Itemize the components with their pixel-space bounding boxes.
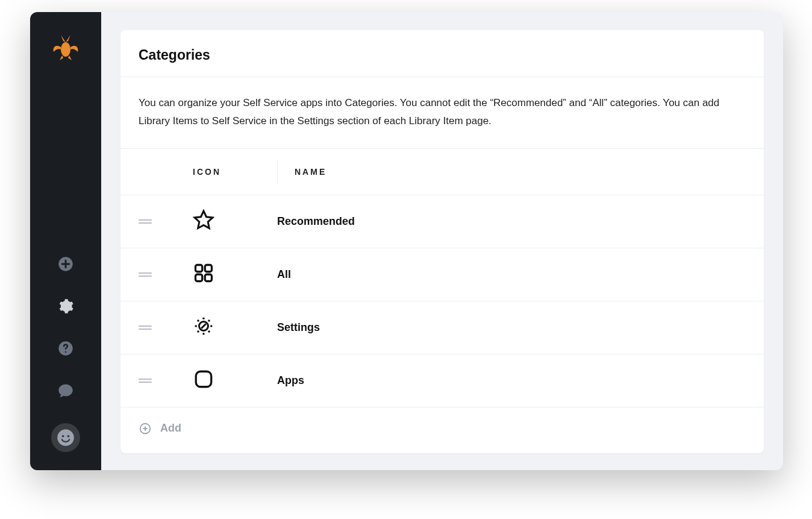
category-name: Apps <box>277 374 304 387</box>
sidebar <box>30 12 101 470</box>
card-header: Categories <box>120 30 764 77</box>
plus-circle-icon[interactable] <box>56 254 75 274</box>
category-name: Settings <box>277 321 320 334</box>
svg-point-4 <box>62 435 64 438</box>
svg-point-3 <box>57 429 74 446</box>
add-label: Add <box>160 422 181 435</box>
app-window: Categories You can organize your Self Se… <box>30 12 783 470</box>
svg-point-12 <box>202 317 205 319</box>
bee-logo[interactable] <box>50 31 81 63</box>
gear-icon[interactable] <box>56 297 75 316</box>
plus-circle-outline-icon <box>139 422 152 435</box>
table-row[interactable]: Settings <box>120 301 764 354</box>
svg-rect-8 <box>196 274 202 281</box>
drag-handle-icon[interactable] <box>139 326 193 330</box>
column-header-icon: ICON <box>193 167 277 177</box>
drag-handle-icon[interactable] <box>139 379 193 383</box>
help-icon[interactable] <box>56 339 75 358</box>
svg-point-0 <box>61 42 70 57</box>
header-divider <box>277 160 278 184</box>
star-icon <box>193 209 214 233</box>
page-description: You can organize your Self Service apps … <box>120 77 764 148</box>
categories-card: Categories You can organize your Self Se… <box>120 30 764 453</box>
drag-handle-icon[interactable] <box>139 272 193 277</box>
svg-rect-7 <box>205 265 211 272</box>
svg-point-17 <box>208 319 210 322</box>
table-row[interactable]: Apps <box>120 354 764 407</box>
category-name: Recommended <box>277 215 355 228</box>
svg-rect-6 <box>196 265 202 272</box>
table-row[interactable]: Recommended <box>120 195 764 248</box>
category-name: All <box>277 268 291 281</box>
svg-line-11 <box>201 324 206 329</box>
table-header: ICON NAME <box>120 148 764 195</box>
column-header-name: NAME <box>295 167 746 177</box>
svg-rect-9 <box>205 274 211 281</box>
svg-point-18 <box>197 330 199 333</box>
svg-point-5 <box>67 435 70 438</box>
page-title: Categories <box>139 47 746 63</box>
svg-point-14 <box>195 325 197 327</box>
svg-point-16 <box>197 319 199 322</box>
rounded-square-icon <box>193 368 214 392</box>
table-row[interactable]: All <box>120 248 764 301</box>
smiley-avatar[interactable] <box>51 423 80 452</box>
sidebar-bottom-nav <box>51 254 80 452</box>
grid-icon <box>193 262 214 286</box>
svg-point-19 <box>208 330 210 333</box>
svg-point-15 <box>210 325 213 327</box>
svg-rect-20 <box>196 371 211 387</box>
main-content: Categories You can organize your Self Se… <box>101 12 783 470</box>
svg-point-13 <box>202 333 205 335</box>
chat-icon[interactable] <box>56 381 75 400</box>
settings-dots-icon <box>193 315 214 339</box>
add-category-button[interactable]: Add <box>120 407 764 453</box>
drag-handle-icon[interactable] <box>139 219 193 224</box>
